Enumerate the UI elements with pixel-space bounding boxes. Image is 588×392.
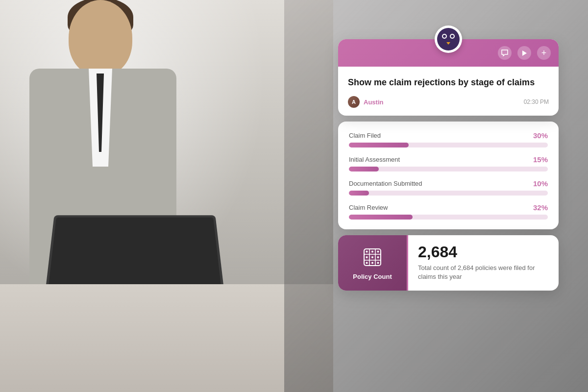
owl-eye-right (450, 34, 455, 39)
owl-face (437, 28, 460, 50)
chart-label-row-2: Documentation Submitted 10% (349, 179, 548, 188)
person-head (69, 0, 132, 76)
chart-pct-2: 10% (533, 179, 548, 188)
svg-point-12 (371, 262, 373, 264)
user-info: A Austin (348, 96, 383, 108)
policy-count-icon (361, 245, 384, 269)
chart-bar-bg-3 (349, 215, 548, 220)
chart-bar-fill-3 (349, 215, 413, 220)
chat-footer: A Austin 02:30 PM (348, 96, 549, 108)
owl-eye-left (442, 34, 447, 39)
chart-bar-bg-1 (349, 167, 548, 172)
svg-point-6 (371, 250, 373, 252)
owl-avatar (435, 25, 462, 53)
add-icon-button[interactable]: + (537, 46, 551, 60)
ui-cards-container: + Show me claim rejections by stage of c… (338, 39, 559, 291)
chart-label-3: Claim Review (349, 204, 388, 211)
chart-row-1: Initial Assessment 15% (349, 155, 548, 172)
svg-point-8 (366, 256, 368, 258)
chart-bar-bg-0 (349, 143, 548, 147)
stats-number: 2,684 (418, 244, 549, 260)
user-name: Austin (364, 98, 383, 106)
owl-beak (446, 42, 450, 45)
chat-time: 02:30 PM (524, 98, 549, 105)
svg-point-7 (377, 250, 379, 252)
chart-label-0: Claim Filed (349, 132, 381, 139)
stats-icon-label: Policy Count (353, 273, 392, 280)
chart-row-0: Claim Filed 30% (349, 131, 548, 147)
chart-row-2: Documentation Submitted 10% (349, 179, 548, 196)
chart-bar-fill-1 (349, 167, 379, 172)
stats-icon-panel: Policy Count (338, 235, 407, 290)
chart-label-row-3: Claim Review 32% (349, 203, 548, 212)
user-avatar: A (348, 96, 360, 108)
desk (0, 284, 333, 392)
message-icon-button[interactable] (498, 46, 512, 60)
svg-point-10 (377, 256, 379, 258)
chart-bar-fill-0 (349, 143, 409, 147)
svg-point-11 (366, 262, 368, 264)
chart-card: Claim Filed 30% Initial Assessment 15% D… (338, 122, 559, 229)
play-icon-button[interactable] (517, 46, 531, 60)
chart-label-1: Initial Assessment (349, 156, 400, 163)
chart-bar-bg-2 (349, 191, 548, 196)
background-photo (0, 0, 333, 392)
chart-row-3: Claim Review 32% (349, 203, 548, 220)
chart-pct-0: 30% (533, 131, 548, 140)
chart-pct-3: 32% (533, 203, 548, 212)
svg-point-9 (371, 256, 373, 258)
chat-message: Show me claim rejections by stage of cla… (348, 76, 549, 88)
chat-card: + Show me claim rejections by stage of c… (338, 39, 559, 116)
chart-label-row-0: Claim Filed 30% (349, 131, 548, 140)
chat-body: Show me claim rejections by stage of cla… (338, 67, 559, 116)
owl-eyes (442, 34, 455, 39)
svg-point-13 (377, 262, 379, 264)
chart-pct-1: 15% (533, 155, 548, 164)
stats-card: Policy Count 2,684 Total count of 2,684 … (338, 235, 559, 290)
svg-point-5 (366, 250, 368, 252)
chart-bar-fill-2 (349, 191, 369, 196)
stats-description: Total count of 2,684 policies were filed… (418, 264, 549, 281)
chat-header: + (338, 39, 559, 67)
chart-label-2: Documentation Submitted (349, 180, 422, 187)
chart-label-row-1: Initial Assessment 15% (349, 155, 548, 164)
stats-content: 2,684 Total count of 2,684 policies were… (408, 235, 559, 290)
